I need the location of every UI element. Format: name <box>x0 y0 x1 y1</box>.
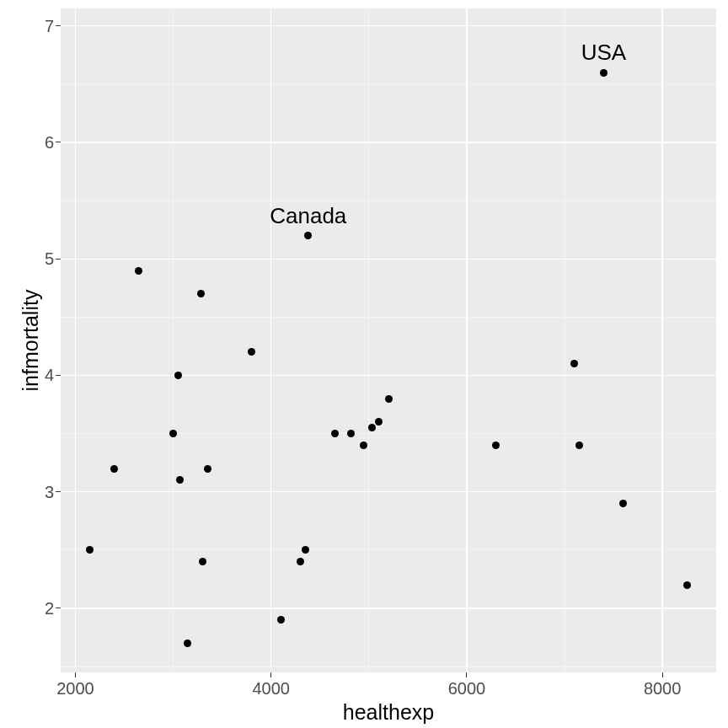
x-tick-label: 4000 <box>252 679 290 699</box>
x-tick-mark <box>466 672 467 677</box>
y-tick-label: 5 <box>45 249 54 269</box>
gridline-minor-y <box>61 666 716 667</box>
gridline-major-y <box>61 142 716 142</box>
y-tick-mark <box>56 259 61 260</box>
gridline-minor-y <box>61 201 716 201</box>
data-point <box>575 442 583 449</box>
y-tick-label: 2 <box>45 598 54 618</box>
gridline-minor-y <box>61 83 716 84</box>
data-point <box>184 640 191 647</box>
gridline-major-x <box>75 8 76 672</box>
gridline-minor-y <box>61 317 716 318</box>
y-tick-label: 6 <box>45 132 54 152</box>
data-point <box>331 430 339 437</box>
data-point <box>385 395 393 403</box>
gridline-minor-x <box>565 8 565 672</box>
data-point <box>619 500 627 507</box>
data-point <box>492 442 500 449</box>
gridline-major-x <box>270 8 271 672</box>
y-tick-mark <box>56 142 61 142</box>
x-tick-label: 6000 <box>448 679 486 699</box>
gridline-major-y <box>61 375 716 376</box>
gridline-minor-x <box>368 8 369 672</box>
x-tick-mark <box>662 672 663 677</box>
data-point <box>297 558 304 565</box>
chart-container: 2000400060008000234567USACanada healthex… <box>0 0 728 728</box>
data-point <box>204 465 211 473</box>
data-point <box>199 558 206 565</box>
gridline-minor-y <box>61 433 716 434</box>
gridline-major-y <box>61 25 716 26</box>
data-point <box>570 360 578 367</box>
gridline-major-y <box>61 491 716 492</box>
y-tick-mark <box>56 375 61 376</box>
y-tick-label: 7 <box>45 16 54 35</box>
x-tick-mark <box>270 672 271 677</box>
annotation-label: Canada <box>270 203 346 229</box>
x-axis-title: healthexp <box>61 700 716 725</box>
y-tick-label: 4 <box>45 366 54 385</box>
data-point <box>375 418 383 426</box>
data-point <box>169 430 177 437</box>
data-point <box>197 290 205 297</box>
annotation-label: USA <box>581 40 626 66</box>
gridline-major-y <box>61 608 716 608</box>
x-tick-mark <box>75 672 76 677</box>
x-tick-label: 8000 <box>644 679 682 699</box>
data-point <box>86 546 94 554</box>
y-axis-title: infmortality <box>19 8 43 672</box>
gridline-minor-y <box>61 549 716 550</box>
data-point <box>176 476 184 484</box>
data-point <box>174 372 182 379</box>
gridline-minor-x <box>173 8 174 672</box>
plot-panel: 2000400060008000234567USACanada <box>61 8 716 672</box>
x-tick-label: 2000 <box>56 679 94 699</box>
data-point <box>600 69 608 77</box>
y-tick-mark <box>56 25 61 26</box>
y-tick-label: 3 <box>45 482 54 501</box>
gridline-major-x <box>466 8 467 672</box>
data-point <box>248 348 255 356</box>
data-point <box>360 442 367 449</box>
y-tick-mark <box>56 608 61 608</box>
data-point <box>304 232 312 239</box>
data-point <box>683 581 691 589</box>
gridline-major-x <box>661 8 662 672</box>
data-point <box>110 465 118 473</box>
gridline-major-y <box>61 259 716 260</box>
y-tick-mark <box>56 491 61 492</box>
data-point <box>135 267 142 275</box>
data-point <box>277 616 285 624</box>
data-point <box>347 430 355 437</box>
data-point <box>368 424 376 431</box>
data-point <box>302 546 309 554</box>
